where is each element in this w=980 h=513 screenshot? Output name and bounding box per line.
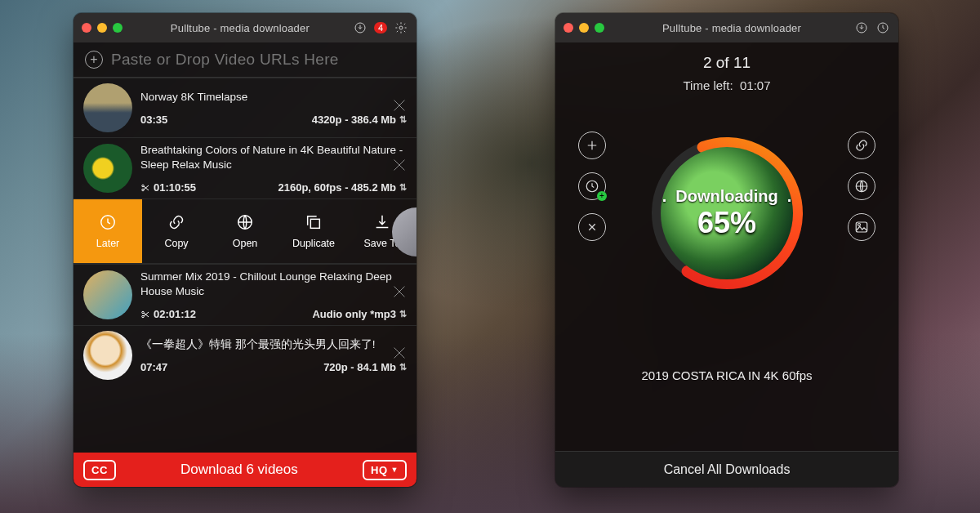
progress-ring: Downloading 65% [649, 136, 804, 291]
cancel-all-button[interactable]: Cancel All Downloads [555, 451, 898, 487]
svg-rect-14 [856, 222, 867, 232]
video-title: Summer Mix 2019 - Chillout Lounge Relaxi… [140, 270, 407, 298]
format-selector[interactable]: 720p - 84.1 Mb⇅ [323, 361, 407, 373]
url-input[interactable] [111, 51, 405, 69]
window-title: Pulltube - media downloader [616, 22, 848, 34]
list-item[interactable]: 《一拳超人》特辑 那个最强的光头男人回来了! 07:47 720p - 84.1… [74, 325, 416, 385]
later-button[interactable]: Later [74, 199, 142, 263]
open-button[interactable]: Open [211, 199, 279, 263]
download-bar: CC Download 6 videos HQ▼ [74, 453, 416, 487]
scissors-icon [140, 310, 150, 319]
remove-item-button[interactable] [390, 156, 408, 174]
video-thumbnail [83, 270, 132, 319]
download-icon[interactable] [353, 20, 368, 35]
format-selector[interactable]: Audio only *mp3⇅ [312, 308, 407, 320]
quality-selector[interactable]: HQ▼ [363, 460, 407, 480]
format-selector[interactable]: 2160p, 60fps - 485.2 Mb⇅ [278, 181, 407, 194]
history-icon[interactable] [875, 20, 890, 35]
download-icon[interactable] [854, 20, 869, 35]
minimize-window-button[interactable] [579, 23, 589, 33]
svg-point-13 [858, 224, 861, 226]
list-item[interactable]: Norway 8K Timelapse 03:35 4320p - 386.4 … [74, 78, 416, 137]
add-button[interactable] [578, 132, 606, 159]
image-button[interactable] [848, 213, 875, 241]
video-list: Norway 8K Timelapse 03:35 4320p - 386.4 … [74, 78, 416, 385]
status-label: Downloading [675, 187, 778, 206]
browser-button[interactable] [848, 172, 875, 200]
progress-percent: 65% [697, 206, 756, 240]
traffic-lights [564, 23, 604, 33]
downloader-progress-window: Pulltube - media downloader 2 of 11 Time… [555, 13, 898, 487]
copy-button[interactable]: Copy [142, 199, 211, 263]
video-thumbnail [83, 331, 132, 380]
video-thumbnail [83, 144, 132, 193]
video-duration: 03:35 [140, 114, 167, 126]
minimize-window-button[interactable] [97, 23, 107, 33]
video-duration: 07:47 [140, 361, 167, 373]
schedule-button[interactable]: + [578, 172, 606, 200]
svg-point-1 [399, 26, 403, 29]
remove-item-button[interactable] [390, 283, 408, 301]
video-duration: 01:10:55 [154, 181, 196, 194]
cancel-button[interactable] [578, 213, 606, 241]
cc-toggle[interactable]: CC [83, 460, 116, 480]
scissors-icon [140, 183, 150, 193]
zoom-window-button[interactable] [595, 23, 604, 33]
duplicate-button[interactable]: Duplicate [279, 199, 348, 263]
video-title: 《一拳超人》特辑 那个最强的光头男人回来了! [140, 337, 407, 352]
zoom-window-button[interactable] [113, 23, 122, 33]
titlebar: Pulltube - media downloader [555, 13, 898, 42]
downloader-queue-window: Pulltube - media downloader 4 + Norway 8… [74, 13, 416, 487]
video-title: Norway 8K Timelapse [140, 90, 407, 105]
queue-count-badge[interactable]: 4 [374, 22, 387, 33]
list-item[interactable]: Summer Mix 2019 - Chillout Lounge Relaxi… [74, 264, 416, 325]
svg-rect-6 [310, 219, 319, 228]
video-thumbnail [83, 83, 132, 132]
close-window-button[interactable] [564, 23, 573, 33]
item-actions: Later Copy Open Duplicate Save To [74, 199, 416, 264]
remove-item-button[interactable] [390, 344, 408, 362]
time-left: Time left: 01:07 [683, 78, 770, 92]
traffic-lights [82, 23, 122, 33]
current-video-title: 2019 COSTA RICA IN 4K 60fps [642, 368, 813, 382]
add-url-button[interactable]: + [85, 51, 103, 69]
video-duration: 02:01:12 [154, 308, 196, 320]
close-window-button[interactable] [82, 23, 91, 33]
remove-item-button[interactable] [390, 96, 408, 114]
format-selector[interactable]: 4320p - 386.4 Mb⇅ [312, 114, 407, 126]
video-title: Breathtaking Colors of Nature in 4K Beau… [140, 143, 407, 172]
link-button[interactable] [848, 132, 875, 159]
progress-counter: 2 of 11 [703, 54, 751, 72]
window-title: Pulltube - media downloader [134, 22, 346, 34]
titlebar: Pulltube - media downloader 4 [74, 13, 416, 42]
download-button[interactable]: Download 6 videos [180, 462, 298, 478]
url-input-row: + [74, 42, 416, 78]
list-item[interactable]: Breathtaking Colors of Nature in 4K Beau… [74, 137, 416, 199]
gear-icon[interactable] [394, 20, 408, 35]
